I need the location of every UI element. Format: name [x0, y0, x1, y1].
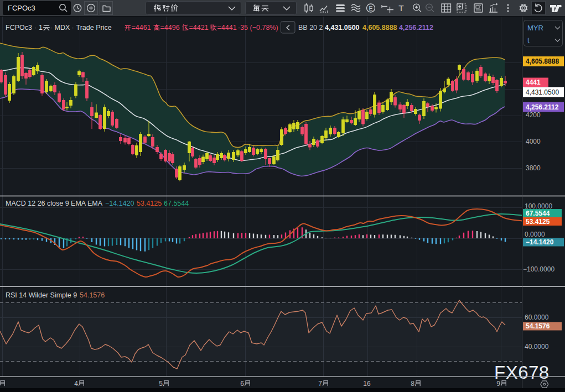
svg-text:4,256.2112: 4,256.2112	[399, 24, 433, 32]
svg-text:=4496: =4496	[160, 24, 180, 32]
svg-text:FX678: FX678	[494, 362, 550, 383]
svg-text:=4441: =4441	[217, 24, 237, 32]
svg-text:54.1576: 54.1576	[80, 291, 105, 299]
svg-text:−14.1420: −14.1420	[105, 200, 134, 207]
svg-text:40.0000: 40.0000	[525, 343, 549, 351]
svg-text:54.1576: 54.1576	[526, 322, 550, 330]
svg-text:7: 7	[318, 380, 322, 388]
svg-text:9: 9	[496, 380, 500, 388]
svg-text:=4421: =4421	[189, 24, 209, 32]
svg-text:53.4125: 53.4125	[526, 218, 550, 226]
svg-text:MYR: MYR	[527, 24, 543, 32]
svg-text:60.0000: 60.0000	[525, 313, 549, 321]
svg-text:−14.1420: −14.1420	[526, 238, 554, 246]
svg-text:4,256.2112: 4,256.2112	[526, 103, 559, 111]
svg-text:1: 1	[39, 24, 43, 32]
svg-text:4,431.0500: 4,431.0500	[526, 88, 559, 96]
svg-text:RSI 14 Wilder Simple 9: RSI 14 Wilder Simple 9	[6, 291, 77, 299]
svg-text:4,605.8888: 4,605.8888	[362, 24, 397, 32]
svg-text:6: 6	[240, 380, 244, 388]
svg-text:MDX: MDX	[55, 24, 70, 32]
svg-text:=4461: =4461	[132, 24, 151, 32]
svg-text:-35 (−0.78%): -35 (−0.78%)	[238, 24, 278, 32]
svg-text:−100.0000: −100.0000	[523, 265, 554, 273]
svg-text:T: T	[398, 3, 404, 13]
svg-text:67.5544: 67.5544	[526, 210, 550, 217]
svg-text:4: 4	[74, 380, 78, 388]
svg-text:FCPOc3: FCPOc3	[8, 4, 35, 12]
svg-text:4,431.0500: 4,431.0500	[325, 24, 360, 32]
svg-text:MACD 12 26 close 9 EMA EMA: MACD 12 26 close 9 EMA EMA	[6, 200, 103, 207]
svg-text:0.0000: 0.0000	[525, 231, 545, 238]
svg-text:t: t	[527, 36, 530, 44]
svg-text:8: 8	[411, 380, 414, 388]
svg-text:·: ·	[34, 24, 37, 32]
svg-text:Trade Price: Trade Price	[76, 24, 112, 32]
svg-text:4441: 4441	[526, 79, 541, 86]
svg-text:3800: 3800	[526, 164, 541, 172]
svg-text:4200: 4200	[526, 111, 541, 119]
svg-text:BB 20 2: BB 20 2	[298, 24, 323, 32]
svg-text:53.4125: 53.4125	[137, 200, 162, 207]
svg-text:E: E	[369, 5, 372, 12]
svg-text:·: ·	[72, 24, 74, 32]
svg-text:16: 16	[363, 380, 371, 388]
svg-text:67.5544: 67.5544	[164, 200, 189, 207]
svg-text:5: 5	[159, 380, 163, 388]
svg-text:4000: 4000	[526, 138, 541, 145]
svg-text:4,605.8888: 4,605.8888	[526, 58, 559, 65]
svg-text:FCPOc3: FCPOc3	[6, 24, 32, 32]
svg-text:·: ·	[50, 24, 53, 32]
